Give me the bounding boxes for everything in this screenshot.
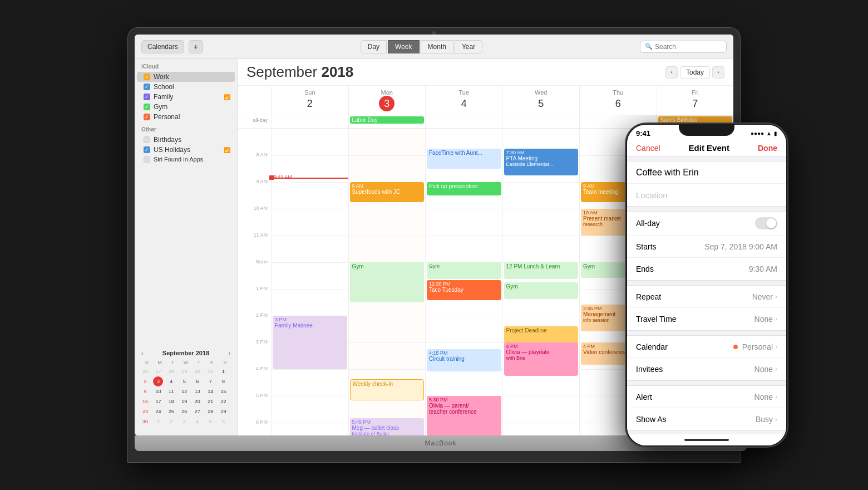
sidebar-item-personal[interactable]: Personal <box>137 112 235 122</box>
mini-day[interactable]: 21 <box>205 396 215 406</box>
ends-field[interactable]: Ends 9:30 AM <box>627 258 786 280</box>
sidebar-item-work[interactable]: Work <box>137 72 235 82</box>
mini-day[interactable]: 22 <box>219 396 229 406</box>
sidebar-item-school[interactable]: School <box>137 82 235 92</box>
mini-day[interactable]: 8 <box>219 376 229 386</box>
mini-day[interactable]: 28 <box>166 366 176 376</box>
search-box[interactable]: 🔍 <box>640 41 727 53</box>
mini-day[interactable]: 6 <box>193 376 203 386</box>
mini-day[interactable]: 1 <box>219 366 229 376</box>
iphone-cancel-button[interactable]: Cancel <box>636 144 660 153</box>
mini-day[interactable]: 25 <box>166 406 176 416</box>
mini-day-today[interactable]: 3 <box>153 376 163 386</box>
mini-day[interactable]: 29 <box>179 366 189 376</box>
mini-cal-next[interactable]: › <box>228 350 231 356</box>
month-view-button[interactable]: Month <box>421 40 453 53</box>
prescription-event[interactable]: Pick up prescription <box>427 182 501 195</box>
sidebar-item-us-holidays[interactable]: US Holidays 📶 <box>137 145 235 155</box>
add-calendar-button[interactable]: + <box>189 40 203 53</box>
sidebar-item-birthdays[interactable]: Birthdays <box>137 135 235 145</box>
mini-day[interactable]: 30 <box>140 416 150 427</box>
travel-time-field[interactable]: Travel Time None › <box>627 308 786 330</box>
day-view-button[interactable]: Day <box>361 40 387 53</box>
alert-chevron-icon: › <box>775 393 777 401</box>
event-title-field[interactable] <box>627 161 786 184</box>
facetime-event[interactable]: FaceTime with Aunt... <box>427 149 501 169</box>
starts-field[interactable]: Starts Sep 7, 2018 9:00 AM <box>627 236 786 258</box>
next-week-button[interactable]: › <box>712 66 724 79</box>
mini-day[interactable]: 5 <box>179 376 189 386</box>
gym-mon-event[interactable]: Gym <box>350 262 425 302</box>
mini-day[interactable]: 15 <box>219 386 229 396</box>
mini-day[interactable]: 27 <box>153 366 163 376</box>
prev-week-button[interactable]: ‹ <box>665 66 678 79</box>
mini-day[interactable]: 23 <box>140 406 150 416</box>
year-view-button[interactable]: Year <box>455 40 482 53</box>
mini-day[interactable]: 2 <box>140 376 150 386</box>
mini-day[interactable]: 26 <box>179 406 189 416</box>
sidebar-item-family[interactable]: Family 📶 <box>137 92 235 102</box>
olivia-conference-event[interactable]: 5:30 PM Olivia — parent/ teacher confere… <box>427 396 501 435</box>
event-title-input[interactable] <box>636 168 777 178</box>
repeat-field[interactable]: Repeat Never › <box>627 286 786 308</box>
mini-day[interactable]: 17 <box>153 396 163 406</box>
all-day-field[interactable]: All-day <box>627 212 786 236</box>
project-deadline-event[interactable]: Project Deadline <box>504 326 579 344</box>
pta-meeting-event[interactable]: 7:30 AM PTA Meeting Eastside Elementar..… <box>504 149 579 175</box>
ballet-event[interactable]: 5:45 PM Meg — ballet class Institute of … <box>350 418 425 435</box>
mini-day[interactable]: 16 <box>140 396 150 406</box>
alert-field[interactable]: Alert None › <box>627 386 786 408</box>
mini-day[interactable]: 3 <box>179 416 189 427</box>
mini-day[interactable]: 10 <box>153 386 163 396</box>
olivia-playdate-event[interactable]: 4 PM Olivia — playdate with Brie <box>504 342 579 376</box>
superfoods-event[interactable]: 9 AM Superfoods with JC <box>350 182 425 202</box>
mini-day[interactable]: 24 <box>153 406 163 416</box>
mini-day[interactable]: 26 <box>140 366 150 376</box>
mini-day[interactable]: 6 <box>219 416 229 427</box>
search-input[interactable] <box>655 43 722 51</box>
iphone-done-button[interactable]: Done <box>758 144 777 153</box>
show-as-chevron-icon: › <box>775 415 777 423</box>
gym-wed2-event[interactable]: Gym <box>504 282 579 299</box>
mini-day[interactable]: 11 <box>166 386 176 396</box>
mini-day[interactable]: 1 <box>153 416 163 427</box>
mini-day[interactable]: 13 <box>193 386 203 396</box>
mini-day[interactable]: 12 <box>179 386 189 396</box>
circuit-event[interactable]: 4:15 PM Circuit training <box>427 349 501 371</box>
week-view-button[interactable]: Week <box>388 40 419 53</box>
mini-day[interactable]: 7 <box>205 376 215 386</box>
sidebar-item-gym[interactable]: Gym <box>137 102 235 112</box>
mini-cal-prev[interactable]: ‹ <box>140 350 144 356</box>
mini-day[interactable]: 28 <box>205 406 215 416</box>
labor-day-event[interactable]: Labor Day <box>350 116 425 124</box>
family-matinee-event[interactable]: 3 PM Family Matinee <box>273 316 347 369</box>
mini-day[interactable]: 18 <box>166 396 176 406</box>
mini-day[interactable]: 30 <box>193 366 203 376</box>
mini-day[interactable]: 9 <box>140 386 150 396</box>
all-day-sun <box>271 115 348 128</box>
taco-tuesday-event[interactable]: 12:30 PM Taco Tuesday <box>427 280 501 300</box>
location-field[interactable]: Location <box>627 184 786 206</box>
mini-day[interactable]: 4 <box>166 376 176 386</box>
mini-day[interactable]: 19 <box>179 396 189 406</box>
mini-day[interactable]: 31 <box>205 366 215 376</box>
weekly-checkin-event[interactable]: Weekly check-in <box>350 379 425 400</box>
home-bar <box>684 439 729 441</box>
invitees-field[interactable]: Invitees None › <box>627 358 786 380</box>
calendars-button[interactable]: Calendars <box>141 40 184 53</box>
mini-day[interactable]: 29 <box>219 406 229 416</box>
mini-day[interactable]: 27 <box>193 406 203 416</box>
gym-wed-event[interactable]: 12 PM Lunch & Learn <box>504 262 579 279</box>
mini-day[interactable]: 5 <box>205 416 215 427</box>
sidebar-item-siri-apps[interactable]: Siri Found in Apps <box>137 155 235 164</box>
all-day-toggle[interactable] <box>755 217 777 229</box>
gym-tue-event[interactable]: Gym <box>427 262 501 279</box>
show-as-field[interactable]: Show As Busy › <box>627 408 786 430</box>
mini-day[interactable]: 2 <box>166 416 176 427</box>
calendar-field[interactable]: Calendar Personal › <box>627 336 786 358</box>
mini-day[interactable]: 14 <box>205 386 215 396</box>
mini-day[interactable]: 4 <box>193 416 203 427</box>
sams-birthday-event[interactable]: Sam's Birthday <box>658 116 733 124</box>
mini-day[interactable]: 20 <box>193 396 203 406</box>
today-button[interactable]: Today <box>680 66 710 79</box>
